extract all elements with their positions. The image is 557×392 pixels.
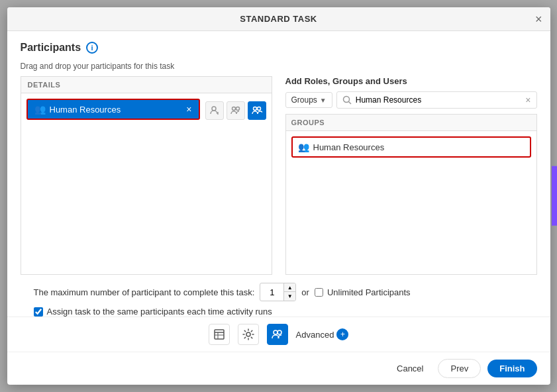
groups-list: 👥 Human Resources bbox=[285, 130, 537, 275]
search-box: × bbox=[336, 91, 537, 109]
add-individual-button[interactable] bbox=[205, 101, 224, 120]
participant-item-human-resources[interactable]: 👥 Human Resources × bbox=[26, 99, 200, 120]
svg-point-4 bbox=[253, 107, 256, 111]
info-icon[interactable]: i bbox=[86, 42, 98, 54]
search-input[interactable] bbox=[356, 95, 522, 105]
advanced-button[interactable]: Advanced + bbox=[296, 328, 349, 340]
or-label: or bbox=[301, 287, 309, 297]
svg-point-13 bbox=[274, 330, 278, 334]
prev-button[interactable]: Prev bbox=[438, 359, 481, 378]
finish-button[interactable]: Finish bbox=[487, 360, 536, 377]
table-toolbar-icon[interactable] bbox=[209, 324, 230, 345]
panel-icon-buttons bbox=[205, 99, 266, 120]
svg-point-3 bbox=[236, 107, 239, 111]
participants-toolbar-icon[interactable] bbox=[267, 324, 288, 345]
modal-footer: Cancel Prev Finish bbox=[7, 352, 550, 385]
assign-same-label: Assign task to the same participants eac… bbox=[47, 307, 272, 317]
manage-participants-button[interactable] bbox=[248, 101, 266, 120]
svg-point-14 bbox=[278, 330, 281, 334]
type-select-chevron: ▼ bbox=[320, 97, 327, 104]
gear-icon bbox=[242, 328, 254, 340]
svg-point-5 bbox=[257, 107, 260, 111]
modal-body: Participants i Drag and drop your partic… bbox=[7, 31, 550, 317]
type-select[interactable]: Groups ▼ bbox=[285, 92, 332, 108]
max-participants-row: The maximum number of participant to com… bbox=[34, 283, 524, 301]
participants-section-title: Participants i bbox=[21, 42, 537, 54]
group-result-name: Human Resources bbox=[313, 142, 385, 152]
participant-name: Human Resources bbox=[50, 105, 121, 115]
max-participants-input[interactable]: ▲ ▼ bbox=[260, 283, 296, 301]
group-result-human-resources[interactable]: 👥 Human Resources bbox=[291, 136, 531, 158]
group-result-icon: 👥 bbox=[298, 142, 309, 152]
spin-up-button[interactable]: ▲ bbox=[283, 283, 295, 292]
bottom-section: The maximum number of participant to com… bbox=[21, 275, 537, 317]
left-panel-content: 👥 Human Resources × bbox=[21, 93, 272, 275]
cancel-button[interactable]: Cancel bbox=[389, 360, 431, 377]
table-icon bbox=[213, 328, 225, 340]
modal-overlay: STANDARD TASK × Participants i Drag and … bbox=[0, 0, 557, 392]
close-button[interactable]: × bbox=[535, 13, 542, 25]
assign-same-checkbox[interactable] bbox=[34, 307, 43, 317]
right-panel: Add Roles, Groups and Users Groups ▼ bbox=[285, 76, 537, 275]
add-roles-title: Add Roles, Groups and Users bbox=[285, 76, 537, 86]
svg-point-12 bbox=[246, 332, 250, 336]
max-label: The maximum number of participant to com… bbox=[34, 287, 255, 297]
unlimited-row: Unlimited Participants bbox=[315, 287, 411, 297]
svg-point-0 bbox=[212, 107, 216, 111]
groups-label: GROUPS bbox=[285, 114, 537, 130]
participants-list: 👥 Human Resources × bbox=[26, 99, 200, 122]
participants-title-text: Participants bbox=[21, 42, 81, 54]
participant-group-icon: 👥 bbox=[34, 104, 46, 115]
gear-toolbar-icon[interactable] bbox=[238, 324, 259, 345]
app-data-tab[interactable]: ‹ App Data bbox=[552, 166, 558, 226]
unlimited-label: Unlimited Participants bbox=[327, 287, 411, 297]
search-icon bbox=[342, 95, 352, 105]
remove-participant-button[interactable]: × bbox=[186, 104, 191, 115]
svg-line-7 bbox=[348, 102, 351, 105]
search-row: Groups ▼ × bbox=[285, 91, 537, 109]
add-group-button[interactable] bbox=[227, 101, 245, 120]
type-select-value: Groups bbox=[291, 95, 317, 105]
svg-point-2 bbox=[232, 107, 235, 111]
two-column-layout: DETAILS 👥 Human Resources × bbox=[21, 76, 537, 275]
modal-title: STANDARD TASK bbox=[240, 14, 317, 24]
clear-search-button[interactable]: × bbox=[525, 95, 531, 105]
participants-icon bbox=[272, 328, 283, 340]
modal-toolbar: Advanced + bbox=[7, 317, 550, 352]
drag-label: Drag and drop your participants for this… bbox=[21, 62, 537, 71]
spin-down-button[interactable]: ▼ bbox=[283, 292, 295, 301]
modal: STANDARD TASK × Participants i Drag and … bbox=[7, 7, 550, 385]
details-label: DETAILS bbox=[21, 76, 272, 93]
unlimited-checkbox[interactable] bbox=[315, 288, 323, 297]
advanced-label: Advanced bbox=[296, 330, 334, 340]
left-panel: DETAILS 👥 Human Resources × bbox=[21, 76, 272, 275]
svg-rect-8 bbox=[215, 330, 224, 339]
max-participants-value[interactable] bbox=[260, 285, 283, 299]
svg-point-6 bbox=[343, 97, 349, 103]
spinner-buttons: ▲ ▼ bbox=[283, 283, 295, 301]
advanced-add-icon: + bbox=[336, 328, 348, 340]
modal-header: STANDARD TASK × bbox=[7, 7, 550, 31]
assign-same-row: Assign task to the same participants eac… bbox=[34, 307, 524, 317]
